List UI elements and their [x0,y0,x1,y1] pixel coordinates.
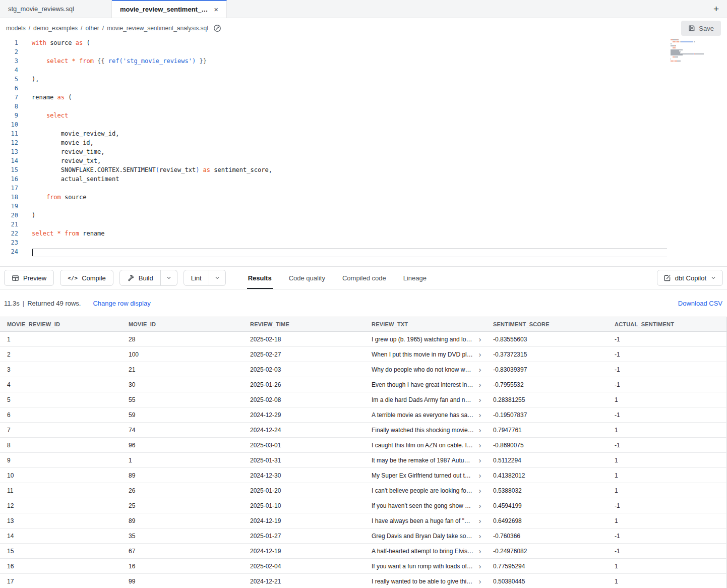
code-line[interactable] [32,185,667,194]
copilot-icon[interactable] [213,24,221,32]
code-line[interactable] [32,121,667,130]
expand-review-icon[interactable]: › [477,456,483,464]
expand-review-icon[interactable]: › [477,487,483,494]
column-header-movie-review-id[interactable]: MOVIE_REVIEW_ID [0,317,122,332]
tab-movie-review-sentiment[interactable]: movie_review_sentiment_… × [112,0,227,18]
code-line[interactable]: select * from {{ ref('stg_movie_reviews'… [32,57,667,67]
code-line[interactable] [32,85,667,94]
preview-button[interactable]: Preview [4,270,54,286]
column-header-movie-id[interactable]: MOVIE_ID [122,317,243,332]
code-editor[interactable]: 123456789101112131415161718192021222324 … [0,38,727,266]
code-line[interactable]: review_txt, [32,157,667,166]
breadcrumb-demo-examples[interactable]: demo_examples [33,25,78,32]
expand-review-icon[interactable]: › [477,472,483,479]
results-tab-bar: Results Code quality Compiled code Linea… [247,267,428,289]
build-options-button[interactable] [161,270,177,286]
code-line[interactable]: actual_sentiment [32,175,667,185]
file-header-bar: models / demo_examples / other / movie_r… [0,18,727,38]
expand-review-icon[interactable]: › [477,547,483,555]
expand-review-icon[interactable]: › [477,577,483,585]
column-header-review-txt[interactable]: REVIEW_TXT [365,317,486,332]
breadcrumb-file-name: movie_review_sentiment_analysis.sql [107,25,208,32]
expand-review-icon[interactable]: › [477,517,483,524]
column-header-review-time[interactable]: REVIEW_TIME [243,317,365,332]
cell-actual-sentiment: 1 [608,468,726,483]
tab-label: Results [248,274,272,282]
expand-review-icon[interactable]: › [477,532,483,540]
column-header-actual-sentiment[interactable]: ACTUAL_SENTIMENT [608,317,726,332]
expand-review-icon[interactable]: › [477,426,483,434]
breadcrumb-other[interactable]: other [85,25,99,32]
build-button[interactable]: Build [119,270,161,286]
code-line[interactable]: movie_id, [32,139,667,148]
expand-review-icon[interactable]: › [477,366,483,373]
line-number: 6 [0,85,28,94]
code-line[interactable] [32,67,667,76]
cell-actual-sentiment: -1 [608,407,726,423]
expand-review-icon[interactable]: › [477,411,483,419]
expand-review-icon[interactable]: › [477,562,483,570]
cell-review-time: 2025-01-10 [243,498,365,513]
download-csv-link[interactable]: Download CSV [678,300,723,307]
table-row: 6592024-12-29A terrible movie as everyon… [0,407,726,423]
tab-lineage[interactable]: Lineage [402,267,428,289]
tab-label: stg_movie_reviews.sql [8,5,74,13]
code-line[interactable]: from source [32,194,667,203]
code-line[interactable] [32,48,667,57]
cell-movie-review-id: 6 [0,407,122,423]
cell-movie-id: 67 [122,544,243,559]
breadcrumb-models[interactable]: models [6,25,26,32]
code-line[interactable] [32,103,667,112]
lint-options-button[interactable] [209,270,226,286]
table-row: 11262025-01-20I can't believe people are… [0,483,726,498]
cell-sentiment-score: 0.28381255 [486,392,608,407]
expand-review-icon[interactable]: › [477,335,483,343]
expand-review-icon[interactable]: › [477,396,483,403]
breadcrumb-separator: / [29,25,30,32]
minimap[interactable] [671,39,705,64]
code-line[interactable]: ), [32,76,667,85]
code-line[interactable]: select * from rename [32,230,667,239]
cell-review-txt: I have always been a huge fan of "Hom…› [365,513,486,528]
close-icon[interactable]: × [209,6,218,13]
code-line[interactable]: rename as ( [32,94,667,103]
expand-review-icon[interactable]: › [477,502,483,509]
expand-review-icon[interactable]: › [477,350,483,358]
cell-movie-review-id: 2 [0,347,122,362]
code-line[interactable]: select [32,112,667,121]
editor-code[interactable]: with source as ( select * from {{ ref('s… [28,38,667,266]
save-button[interactable]: Save [681,21,721,36]
code-line[interactable]: review_time, [32,148,667,157]
dbt-copilot-button[interactable]: dbt Copilot [657,270,723,286]
cell-sentiment-score: -0.8690075 [486,438,608,453]
compile-button[interactable]: </> Compile [60,270,113,286]
code-line[interactable]: movie_review_id, [32,130,667,139]
code-line[interactable]: ) [32,212,667,221]
code-line[interactable] [32,221,667,230]
tab-code-quality[interactable]: Code quality [288,267,326,289]
column-header-sentiment-score[interactable]: SENTIMENT_SCORE [486,317,608,332]
review-text: It may be the remake of 1987 Autumn'… [372,457,474,464]
lint-label: Lint [191,274,202,282]
tab-compiled-code[interactable]: Compiled code [341,267,387,289]
table-row: 912025-01-31It may be the remake of 1987… [0,453,726,468]
lint-button[interactable]: Lint [184,270,209,286]
change-row-display-link[interactable]: Change row display [93,300,150,307]
code-line[interactable] [32,248,667,257]
expand-review-icon[interactable]: › [477,381,483,388]
cell-review-txt: A terrible movie as everyone has said. …… [365,407,486,423]
new-tab-button[interactable]: + [710,0,722,18]
line-number: 19 [0,203,28,212]
tab-stg-movie-reviews[interactable]: stg_movie_reviews.sql [0,0,112,18]
code-line[interactable] [32,239,667,248]
cell-movie-review-id: 5 [0,392,122,407]
code-line[interactable]: with source as ( [32,39,667,48]
code-line[interactable] [32,203,667,212]
expand-review-icon[interactable]: › [477,441,483,449]
cell-movie-id: 74 [122,423,243,438]
table-header-row: MOVIE_REVIEW_ID MOVIE_ID REVIEW_TIME REV… [0,317,726,332]
tab-results[interactable]: Results [247,267,273,289]
cell-sentiment-score: -0.7955532 [486,377,608,392]
code-line[interactable]: SNOWFLAKE.CORTEX.SENTIMENT(review_txt) a… [32,166,667,175]
cell-review-txt: I really wanted to be able to give this … [365,574,486,588]
